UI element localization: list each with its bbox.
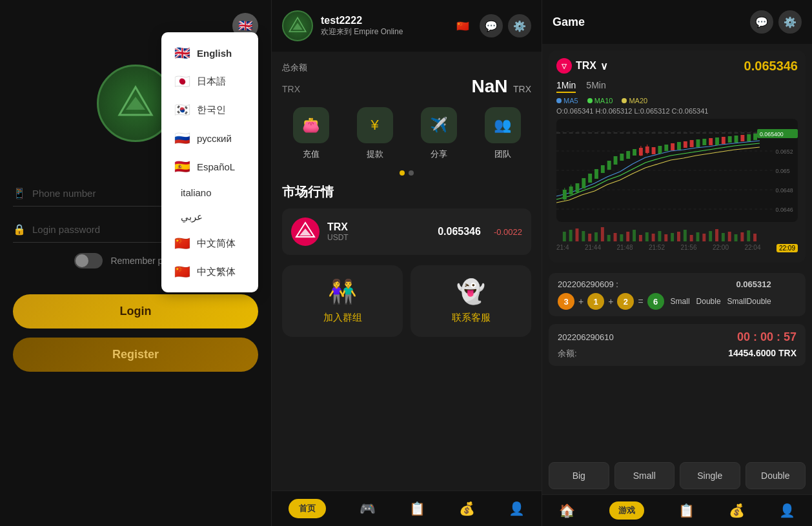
recharge-button[interactable]: 👛 充值 — [282, 107, 340, 160]
bet-big[interactable]: Big — [549, 462, 609, 489]
withdraw-button[interactable]: ¥ 提款 — [346, 107, 403, 160]
svg-rect-60 — [594, 232, 598, 241]
join-group-icon: 👫 — [328, 278, 357, 305]
nav-records-icon: 📋 — [409, 501, 425, 516]
bet-single[interactable]: Single — [680, 462, 740, 489]
recharge-icon: 👛 — [293, 107, 329, 143]
market-coin-name: TRX — [327, 221, 349, 233]
time-6: 22:00 — [713, 244, 729, 252]
market-price: 0.065346 — [438, 226, 481, 238]
game-nav-home-icon: 🏠 — [559, 503, 575, 518]
game-nav-wallet[interactable]: 💰 — [729, 503, 745, 518]
bet-small[interactable]: Small — [614, 462, 675, 489]
svg-rect-22 — [626, 151, 630, 159]
game-nav-profile[interactable]: 👤 — [779, 503, 795, 518]
game-nav-home[interactable]: 🏠 — [559, 503, 575, 518]
register-button[interactable]: Register — [13, 338, 258, 372]
lang-chinese-traditional[interactable]: 🇨🇳 中文繁体 — [161, 258, 258, 286]
round2-balance-value: 14454.6000 TRX — [728, 348, 797, 359]
recharge-label: 充值 — [303, 148, 320, 160]
balance-label: 总余额 — [282, 62, 531, 74]
lang-italian[interactable]: italiano — [161, 181, 258, 205]
nav-wallet[interactable]: 💰 — [459, 501, 475, 516]
team-button[interactable]: 👥 团队 — [474, 107, 531, 160]
login-button[interactable]: Login — [13, 294, 258, 329]
svg-rect-23 — [633, 149, 636, 156]
contact-service-card[interactable]: 👻 联系客服 — [411, 265, 531, 337]
time-current: 22:09 — [776, 244, 798, 252]
share-button[interactable]: ✈️ 分享 — [410, 107, 467, 160]
time-5: 21:56 — [680, 244, 696, 252]
svg-rect-19 — [607, 161, 611, 170]
lang-spanish[interactable]: 🇪🇸 EspañoL — [161, 152, 258, 181]
nav-records[interactable]: 📋 — [409, 501, 425, 516]
lang-korean[interactable]: 🇰🇷 한국인 — [161, 96, 258, 124]
svg-rect-75 — [690, 235, 693, 241]
svg-rect-77 — [702, 234, 705, 241]
russian-label: русский — [197, 133, 232, 144]
nav-home[interactable]: 首页 — [289, 499, 326, 518]
svg-rect-42 — [753, 134, 757, 140]
home-bottom-nav: 首页 🎮 📋 💰 👤 — [272, 491, 542, 526]
svg-rect-62 — [607, 235, 611, 241]
user-info: test2222 欢迎来到 Empire Online — [321, 15, 443, 37]
nav-profile-icon: 👤 — [509, 501, 525, 516]
spanish-label: EspañoL — [197, 161, 235, 172]
bet-double[interactable]: Double — [746, 462, 806, 489]
lang-arabic[interactable]: عربي — [161, 205, 258, 229]
balance-section: 总余额 TRX NaN TRX — [272, 52, 542, 107]
russian-flag: 🇷🇺 — [174, 130, 190, 146]
lang-japanese[interactable]: 🇯🇵 日本語 — [161, 67, 258, 96]
nav-game[interactable]: 🎮 — [360, 501, 376, 516]
balance-display: NaN TRX — [472, 76, 531, 97]
market-change: -0.0022 — [494, 227, 522, 237]
nav-profile[interactable]: 👤 — [509, 501, 525, 516]
svg-rect-80 — [722, 233, 725, 241]
phone-icon: 📱 — [13, 187, 26, 199]
remember-toggle[interactable] — [74, 253, 103, 268]
flag-icon-button[interactable]: 🇨🇳 — [451, 14, 474, 37]
market-item-trx[interactable]: TRX USDT 0.065346 -0.0022 — [282, 208, 531, 255]
withdraw-icon: ¥ — [357, 107, 393, 143]
round1-details: 202206290609 : 0.065312 3 + 1 + 2 = 6 Sm… — [558, 279, 771, 310]
svg-rect-69 — [652, 234, 655, 241]
game-header-icons: 💬 ⚙️ — [750, 10, 802, 34]
dice-label-double: Double — [696, 297, 721, 306]
lang-chinese-simplified[interactable]: 🇨🇳 中文简体 — [161, 229, 258, 258]
message-button[interactable]: 💬 — [480, 14, 503, 37]
game-settings-button[interactable]: ⚙️ — [778, 10, 802, 34]
balance-amount: NaN — [472, 76, 508, 96]
nav-game-icon: 🎮 — [360, 501, 376, 516]
volume-chart — [556, 222, 798, 241]
svg-rect-84 — [747, 230, 750, 241]
trx-selector[interactable]: ▽ TRX ∨ — [556, 58, 608, 74]
svg-rect-17 — [594, 169, 598, 179]
avatar — [282, 10, 313, 41]
header-icons: 🇨🇳 💬 ⚙️ — [451, 14, 531, 37]
game-nav-records[interactable]: 📋 — [678, 503, 695, 518]
svg-rect-35 — [709, 138, 713, 145]
time-3: 21:48 — [616, 244, 633, 252]
chinese-s-label: 中文简体 — [197, 238, 236, 250]
svg-rect-30 — [677, 142, 681, 150]
chart-top-row: ▽ TRX ∨ 0.065346 — [556, 58, 798, 74]
lang-english[interactable]: 🇬🇧 English — [161, 39, 258, 67]
english-flag: 🇬🇧 — [174, 45, 190, 61]
team-label: 团队 — [494, 148, 511, 160]
plus-1: + — [578, 296, 584, 307]
game-message-button[interactable]: 💬 — [750, 10, 773, 34]
timeframe-1min[interactable]: 1Min — [556, 79, 576, 93]
dot-1 — [400, 170, 405, 176]
spanish-flag: 🇪🇸 — [174, 159, 190, 174]
timeframe-5min[interactable]: 5Min — [586, 79, 605, 93]
home-panel: test2222 欢迎来到 Empire Online 🇨🇳 💬 ⚙️ 总余额 … — [271, 0, 542, 526]
chinese-t-label: 中文繁体 — [197, 266, 236, 278]
lang-russian[interactable]: 🇷🇺 русский — [161, 124, 258, 152]
settings-button[interactable]: ⚙️ — [508, 14, 531, 37]
carousel-dots — [272, 170, 542, 176]
join-group-card[interactable]: 👫 加入群组 — [282, 265, 403, 337]
welcome-subtitle: 欢迎来到 Empire Online — [321, 26, 443, 37]
game-nav-game[interactable]: 游戏 — [609, 501, 644, 520]
dice-6: 6 — [647, 293, 664, 310]
japanese-flag: 🇯🇵 — [174, 74, 190, 89]
